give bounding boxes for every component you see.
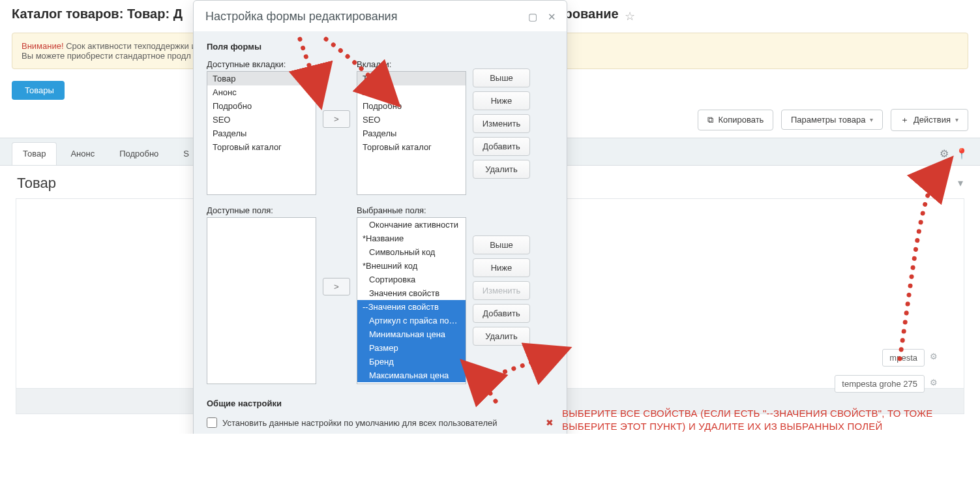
close-icon[interactable]: ✕ xyxy=(548,11,556,23)
copy-button[interactable]: ⧉ Копировать xyxy=(698,110,773,130)
list-item[interactable]: Подробно xyxy=(357,99,466,113)
list-item[interactable]: SEO xyxy=(207,113,316,127)
field-edit-button: Изменить xyxy=(473,281,530,300)
list-item[interactable]: Минимальная цена xyxy=(357,327,466,341)
product-params-button[interactable]: Параметры товара ▾ xyxy=(781,110,883,130)
favorite-star-icon[interactable]: ☆ xyxy=(625,9,635,23)
remove-icon[interactable]: ✖ xyxy=(546,417,554,428)
tab-delete-button[interactable]: Удалить xyxy=(473,160,530,179)
available-tabs-label: Доступные вкладки: xyxy=(207,59,316,69)
pin-icon[interactable]: 📍 xyxy=(955,147,968,160)
list-item[interactable]: Бренд xyxy=(357,355,466,369)
warning-line2: Вы можете приобрести стандартное продл xyxy=(22,51,191,61)
list-item[interactable]: Значения свойств xyxy=(357,286,466,300)
actions-button[interactable]: ＋ Действия ▾ xyxy=(891,109,968,131)
chevron-down-icon: ▾ xyxy=(955,116,958,123)
list-item[interactable]: *Внешний код xyxy=(357,259,466,273)
list-item[interactable]: *Название xyxy=(357,232,466,245)
tab-down-button[interactable]: Ниже xyxy=(473,91,530,110)
list-item[interactable]: SEO xyxy=(357,113,466,127)
edit-form-settings-dialog: Настройка формы редактирования ▢ ✕ Поля … xyxy=(193,0,567,434)
list-item[interactable]: --Значения свойств xyxy=(357,300,466,314)
tab-product[interactable]: Товар xyxy=(12,142,57,165)
actions-label: Действия xyxy=(913,115,951,125)
default-for-all-label: Установить данные настройки по умолчанию… xyxy=(222,418,497,428)
field-stub-1: mpesta xyxy=(882,349,925,367)
list-item[interactable]: Анонс xyxy=(357,85,466,99)
list-item[interactable]: Окончание активности xyxy=(357,218,466,232)
warning-prefix: Внимание! xyxy=(22,41,64,51)
section-title: Товар xyxy=(17,175,56,192)
list-item[interactable]: Торговый каталог xyxy=(357,140,466,154)
field-gear-icon[interactable]: ⚙ xyxy=(930,378,938,387)
tab-anons[interactable]: Анонс xyxy=(59,142,106,165)
list-item[interactable]: Товар xyxy=(207,72,316,85)
move-right-button[interactable]: > xyxy=(323,278,350,295)
field-gear-icon[interactable]: ⚙ xyxy=(930,352,938,361)
copy-icon: ⧉ xyxy=(707,115,713,125)
plus-icon: ＋ xyxy=(900,114,909,126)
available-fields-label: Доступные поля: xyxy=(207,205,316,215)
list-item[interactable]: Подробно xyxy=(207,99,316,113)
gear-icon[interactable]: ⚙ xyxy=(940,147,949,160)
move-right-button[interactable]: > xyxy=(323,110,350,128)
common-settings-header: Общие настройки xyxy=(207,399,554,408)
list-item[interactable]: Артикул с прайса постав xyxy=(357,314,466,327)
list-item[interactable]: Разделы xyxy=(357,127,466,140)
chevron-down-icon: ▾ xyxy=(870,116,873,123)
tab-add-button[interactable]: Добавить xyxy=(473,137,530,156)
tab-edit-button[interactable]: Изменить xyxy=(473,114,530,133)
available-fields-list[interactable] xyxy=(207,217,316,384)
field-delete-button[interactable]: Удалить xyxy=(473,327,530,346)
selected-fields-label: Выбранные поля: xyxy=(357,205,466,215)
tabs-label: Вкладки: xyxy=(357,59,466,69)
tab-up-button[interactable]: Выше xyxy=(473,68,530,87)
default-for-all-checkbox[interactable] xyxy=(207,417,217,428)
selected-tabs-list[interactable]: ТоварАнонсПодробноSEOРазделыТорговый кат… xyxy=(357,71,466,195)
list-item[interactable]: Товар xyxy=(357,72,466,85)
field-up-button[interactable]: Выше xyxy=(473,235,530,254)
form-fields-header: Поля формы xyxy=(207,42,554,52)
list-item[interactable]: Торговый каталог xyxy=(207,140,316,154)
maximize-icon[interactable]: ▢ xyxy=(528,11,537,23)
list-item[interactable]: Анонс xyxy=(207,85,316,99)
tab-detail[interactable]: Подробно xyxy=(108,142,170,165)
list-item[interactable]: Разделы xyxy=(207,127,316,140)
breadcrumb-item[interactable]: Товары xyxy=(12,81,65,100)
dialog-title: Настройка формы редактирования xyxy=(205,10,397,23)
collapse-chevron-icon[interactable]: ▾ xyxy=(958,177,963,189)
warning-line1: Срок активности техподдержки и xyxy=(66,41,196,51)
list-item[interactable]: Символьный код xyxy=(357,245,466,259)
field-down-button[interactable]: Ниже xyxy=(473,258,530,277)
list-item[interactable]: Размер xyxy=(357,341,466,355)
product-params-label: Параметры товара xyxy=(791,115,865,125)
list-item[interactable]: Сортировка xyxy=(357,273,466,286)
list-item[interactable]: Максимальная цена xyxy=(357,369,466,382)
field-stub-2: tempesta grohe 275 xyxy=(835,375,925,393)
available-tabs-list[interactable]: ТоварАнонсПодробноSEOРазделыТорговый кат… xyxy=(207,71,316,195)
field-add-button[interactable]: Добавить xyxy=(473,304,530,323)
page-title-left: Каталог товаров: Товар: Д xyxy=(12,7,183,21)
copy-button-label: Копировать xyxy=(718,115,764,125)
selected-fields-list[interactable]: Окончание активности*НазваниеСимвольный … xyxy=(357,217,466,384)
